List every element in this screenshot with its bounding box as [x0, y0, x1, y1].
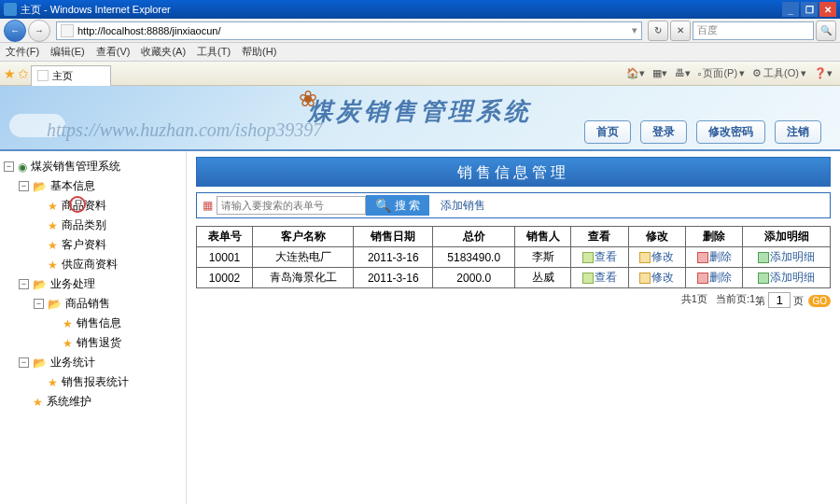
help-icon[interactable]: ❓▾ — [810, 67, 836, 79]
app-banner: ❀ 煤炭销售管理系统 https://www.huzhan.com/ishop3… — [0, 86, 840, 151]
search-placeholder: 百度 — [697, 23, 718, 37]
th-view: 查看 — [571, 227, 628, 247]
menu-help[interactable]: 帮助(H) — [242, 45, 276, 59]
banner-nav: 首页 登录 修改密码 注销 — [584, 120, 821, 144]
add-icon — [758, 252, 769, 263]
delete-link[interactable]: 删除 — [697, 271, 732, 284]
tab-icon — [37, 70, 49, 81]
cell-seller: 李斯 — [515, 247, 571, 268]
browser-navbar: ← → http://localhost:8888/jinxiaocun/ ▾ … — [0, 19, 840, 43]
address-bar[interactable]: http://localhost:8888/jinxiaocun/ ▾ — [56, 21, 642, 40]
feeds-icon[interactable]: ▦▾ — [649, 67, 671, 79]
tree-item-supplier[interactable]: ★供应商资料 — [4, 255, 182, 274]
add-icon — [758, 273, 769, 284]
tools-menu[interactable]: ⚙工具(O)▾ — [749, 66, 810, 80]
add-detail-link[interactable]: 添加明细 — [758, 271, 815, 284]
cell-customer: 青岛海景化工 — [253, 268, 354, 288]
tree-item-sales-return[interactable]: ★销售退货 — [4, 333, 182, 353]
page-menu[interactable]: ▫页面(P)▾ — [694, 66, 749, 80]
favorites-bar: ★ ✩ 主页 🏠▾ ▦▾ 🖶▾ ▫页面(P)▾ ⚙工具(O)▾ ❓▾ — [0, 62, 840, 86]
watermark-url: https://www.huzhan.com/ishop39397 — [47, 119, 322, 141]
nav-home-button[interactable]: 首页 — [584, 120, 631, 144]
form-icon: ▦ — [203, 199, 213, 212]
nav-chpwd-button[interactable]: 修改密码 — [696, 120, 765, 144]
tree-item-product[interactable]: ★商品资料 — [4, 196, 182, 216]
th-seller: 销售人 — [515, 227, 571, 247]
th-id: 表单号 — [197, 227, 253, 247]
search-input[interactable] — [217, 196, 366, 215]
tree-item-customer[interactable]: ★客户资料 — [4, 235, 182, 255]
home-icon[interactable]: 🏠▾ — [623, 67, 649, 79]
pager-total: 共1页 — [681, 293, 707, 304]
tree-basic[interactable]: −📂基本信息 — [4, 176, 182, 196]
menu-tools[interactable]: 工具(T) — [197, 45, 231, 59]
forward-button[interactable]: → — [28, 20, 50, 42]
cell-total: 5183490.0 — [433, 247, 515, 268]
nav-login-button[interactable]: 登录 — [640, 120, 687, 144]
nav-logout-button[interactable]: 注销 — [775, 120, 821, 144]
pager-input[interactable] — [768, 292, 791, 308]
print-icon[interactable]: 🖶▾ — [671, 67, 694, 79]
delete-link[interactable]: 删除 — [697, 250, 732, 263]
search-button[interactable]: 🔍搜 索 — [366, 195, 429, 216]
th-del: 删除 — [686, 227, 743, 247]
maximize-button[interactable]: ❐ — [801, 2, 818, 17]
tree-maint[interactable]: ★系统维护 — [4, 392, 182, 412]
cell-total: 2000.0 — [433, 268, 515, 288]
tab-title: 主页 — [52, 69, 73, 83]
cell-id: 10002 — [197, 268, 253, 288]
menu-favorites[interactable]: 收藏夹(A) — [141, 45, 186, 59]
pager-go-button[interactable]: GO — [808, 295, 831, 307]
tree-stat[interactable]: −📂业务统计 — [4, 353, 182, 372]
tree-sales[interactable]: −📂商品销售 — [4, 294, 182, 314]
delete-icon — [697, 273, 708, 284]
cell-customer: 大连热电厂 — [253, 247, 354, 268]
view-link[interactable]: 查看 — [582, 250, 617, 263]
window-titlebar: 主页 - Windows Internet Explorer _ ❐ ✕ — [0, 0, 840, 19]
pager-current: 当前页:1 — [716, 293, 755, 304]
view-icon — [582, 273, 594, 284]
content-area: 销售信息管理 ▦ 🔍搜 索 添加销售 表单号 客户名称 销售日期 总价 销售人 … — [187, 151, 840, 504]
delete-icon — [697, 252, 708, 263]
cell-date: 2011-3-16 — [354, 247, 433, 268]
edit-icon — [639, 273, 651, 284]
view-link[interactable]: 查看 — [582, 271, 617, 284]
favorites-icon[interactable]: ✩ — [18, 66, 29, 81]
add-detail-link[interactable]: 添加明细 — [758, 250, 815, 263]
table-header-row: 表单号 客户名称 销售日期 总价 销售人 查看 修改 删除 添加明细 — [197, 227, 831, 247]
edit-link[interactable]: 修改 — [639, 271, 674, 284]
tree-biz[interactable]: −📂业务处理 — [4, 274, 182, 294]
url-text: http://localhost:8888/jinxiaocun/ — [77, 25, 221, 36]
refresh-button[interactable]: ↻ — [648, 21, 668, 41]
sidebar-tree: −◉煤炭销售管理系统 −📂基本信息 ★商品资料 ★商品类别 ★客户资料 ★供应商… — [0, 151, 187, 504]
back-button[interactable]: ← — [4, 20, 26, 42]
tree-item-sales-info[interactable]: ★销售信息 — [4, 314, 182, 333]
tree-item-category[interactable]: ★商品类别 — [4, 216, 182, 235]
ie-icon — [4, 3, 17, 16]
cell-date: 2011-3-16 — [354, 268, 433, 288]
edit-link[interactable]: 修改 — [639, 250, 674, 263]
browser-search-box[interactable]: 百度 — [693, 21, 814, 40]
add-sale-link[interactable]: 添加销售 — [441, 198, 485, 214]
table-row: 10001大连热电厂2011-3-165183490.0李斯查看修改删除添加明细 — [197, 247, 831, 268]
dropdown-icon[interactable]: ▾ — [632, 24, 637, 36]
th-date: 销售日期 — [354, 227, 433, 247]
window-title: 主页 - Windows Internet Explorer — [21, 3, 171, 17]
page-icon — [61, 24, 74, 37]
add-favorite-icon[interactable]: ★ — [4, 66, 16, 81]
tree-root[interactable]: −◉煤炭销售管理系统 — [4, 157, 182, 176]
menu-edit[interactable]: 编辑(E) — [50, 45, 85, 59]
stop-button[interactable]: ✕ — [670, 21, 691, 41]
view-icon — [582, 252, 594, 263]
minimize-button[interactable]: _ — [782, 2, 799, 17]
main-area: −◉煤炭销售管理系统 −📂基本信息 ★商品资料 ★商品类别 ★客户资料 ★供应商… — [0, 151, 840, 504]
menu-view[interactable]: 查看(V) — [96, 45, 131, 59]
close-button[interactable]: ✕ — [819, 2, 836, 17]
search-row: ▦ 🔍搜 索 添加销售 — [196, 192, 831, 218]
th-edit: 修改 — [628, 227, 685, 247]
menu-file[interactable]: 文件(F) — [6, 45, 39, 59]
system-title: 煤炭销售管理系统 — [308, 95, 532, 128]
browser-tab[interactable]: 主页 — [31, 65, 111, 86]
tree-item-report[interactable]: ★销售报表统计 — [4, 372, 182, 392]
search-go-button[interactable]: 🔍 — [816, 21, 836, 41]
